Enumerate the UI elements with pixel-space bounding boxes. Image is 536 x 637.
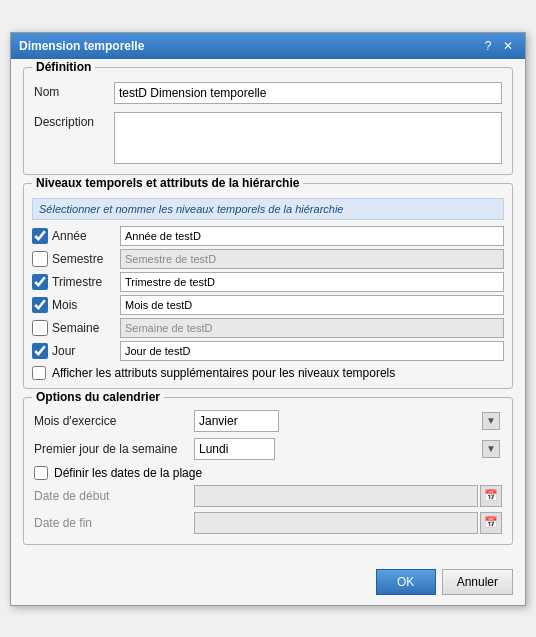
extra-checkbox[interactable] (32, 366, 46, 380)
date-debut-wrapper: 📅 (194, 485, 502, 507)
level-checkbox-semestre[interactable] (32, 251, 48, 267)
cancel-button[interactable]: Annuler (442, 569, 513, 595)
help-button[interactable]: ? (479, 37, 497, 55)
level-label-jour: Jour (52, 344, 120, 358)
date-debut-input[interactable] (194, 485, 478, 507)
mois-exercice-label: Mois d'exercice (34, 414, 194, 428)
level-input-mois[interactable] (120, 295, 504, 315)
date-fin-wrapper: 📅 (194, 512, 502, 534)
premier-jour-label: Premier jour de la semaine (34, 442, 194, 456)
date-fin-row: Date de fin 📅 (34, 512, 502, 534)
dialog-title: Dimension temporelle (19, 39, 144, 53)
mois-exercice-wrapper: JanvierFévrierMarsAvrilMaiJuinJuilletAoû… (194, 410, 502, 432)
level-checkbox-trimestre[interactable] (32, 274, 48, 290)
hierarchy-body: Sélectionner et nommer les niveaux tempo… (24, 194, 512, 388)
description-label: Description (34, 112, 114, 129)
close-button[interactable]: ✕ (499, 37, 517, 55)
extra-checkbox-label: Afficher les attributs supplémentaires p… (52, 366, 395, 380)
level-row-semaine: Semaine (32, 318, 504, 338)
level-rows: AnnéeSemestreTrimestreMoisSemaineJour (32, 226, 504, 361)
premier-jour-row: Premier jour de la semaine LundiMardiMer… (34, 438, 502, 460)
level-input-semestre (120, 249, 504, 269)
level-label-mois: Mois (52, 298, 120, 312)
calendar-section: Options du calendrier Mois d'exercice Ja… (23, 397, 513, 545)
level-label-annee: Année (52, 229, 120, 243)
mois-exercice-row: Mois d'exercice JanvierFévrierMarsAvrilM… (34, 410, 502, 432)
description-row: Description (34, 112, 502, 164)
level-input-jour[interactable] (120, 341, 504, 361)
level-checkbox-semaine[interactable] (32, 320, 48, 336)
level-row-trimestre: Trimestre (32, 272, 504, 292)
level-input-semaine (120, 318, 504, 338)
level-checkbox-mois[interactable] (32, 297, 48, 313)
definition-title: Définition (32, 60, 95, 74)
level-row-annee: Année (32, 226, 504, 246)
bottom-buttons: OK Annuler (11, 563, 525, 605)
extra-checkbox-row: Afficher les attributs supplémentaires p… (32, 366, 504, 380)
nom-label: Nom (34, 82, 114, 99)
mois-exercice-select[interactable]: JanvierFévrierMarsAvrilMaiJuinJuilletAoû… (194, 410, 279, 432)
date-debut-calendar-icon[interactable]: 📅 (480, 485, 502, 507)
date-fin-label: Date de fin (34, 516, 194, 530)
nom-row: Nom (34, 82, 502, 104)
level-checkbox-annee[interactable] (32, 228, 48, 244)
level-label-semestre: Semestre (52, 252, 120, 266)
description-input[interactable] (114, 112, 502, 164)
date-plage-label: Définir les dates de la plage (54, 466, 202, 480)
dialog-window: Dimension temporelle ? ✕ Définition Nom … (10, 32, 526, 606)
title-bar: Dimension temporelle ? ✕ (11, 33, 525, 59)
level-row-jour: Jour (32, 341, 504, 361)
title-bar-buttons: ? ✕ (479, 37, 517, 55)
level-input-trimestre[interactable] (120, 272, 504, 292)
level-row-semestre: Semestre (32, 249, 504, 269)
hierarchy-subtitle: Sélectionner et nommer les niveaux tempo… (32, 198, 504, 220)
mois-exercice-arrow-icon: ▼ (482, 412, 500, 430)
date-plage-row: Définir les dates de la plage (34, 466, 502, 480)
level-label-semaine: Semaine (52, 321, 120, 335)
date-plage-checkbox[interactable] (34, 466, 48, 480)
hierarchy-section: Niveaux temporels et attributs de la hié… (23, 183, 513, 389)
calendar-title: Options du calendrier (32, 390, 164, 404)
ok-button[interactable]: OK (376, 569, 436, 595)
nom-input[interactable] (114, 82, 502, 104)
premier-jour-select[interactable]: LundiMardiMercrediJeudiVendrediSamediDim… (194, 438, 275, 460)
level-input-annee[interactable] (120, 226, 504, 246)
date-debut-row: Date de début 📅 (34, 485, 502, 507)
premier-jour-arrow-icon: ▼ (482, 440, 500, 458)
level-row-mois: Mois (32, 295, 504, 315)
definition-section: Définition Nom Description (23, 67, 513, 175)
date-fin-calendar-icon[interactable]: 📅 (480, 512, 502, 534)
premier-jour-wrapper: LundiMardiMercrediJeudiVendrediSamediDim… (194, 438, 502, 460)
level-label-trimestre: Trimestre (52, 275, 120, 289)
dialog-body: Définition Nom Description Niveaux tempo… (11, 59, 525, 563)
level-checkbox-jour[interactable] (32, 343, 48, 359)
hierarchy-title: Niveaux temporels et attributs de la hié… (32, 176, 303, 190)
date-debut-label: Date de début (34, 489, 194, 503)
date-fin-input[interactable] (194, 512, 478, 534)
